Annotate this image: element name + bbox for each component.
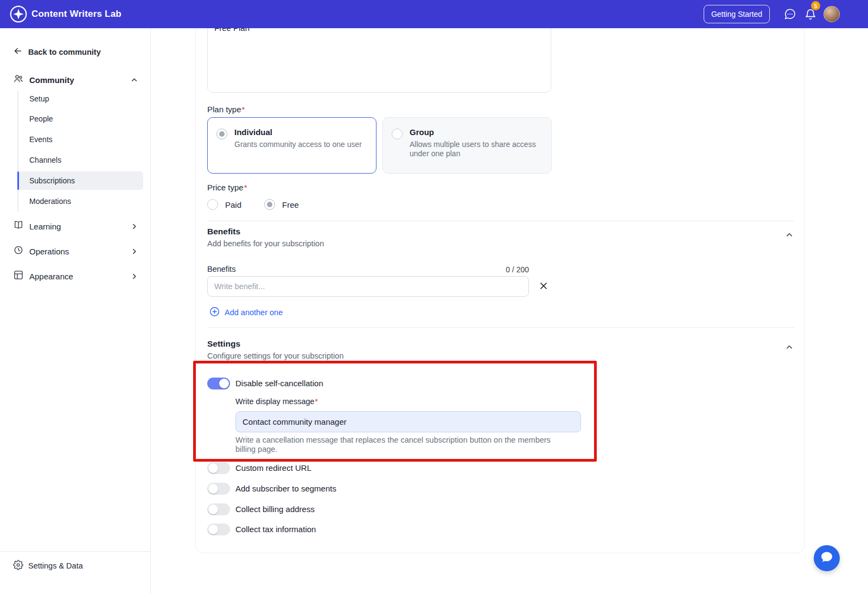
- sidebar-item-label: Channels: [29, 156, 61, 164]
- toggle-knob: [219, 379, 229, 388]
- benefits-char-counter: 0 / 200: [207, 265, 529, 274]
- sidebar-section-label: Appearance: [29, 272, 130, 281]
- chat-launcher-button[interactable]: [814, 545, 840, 571]
- app-window: Content Writers Lab Getting Started 5: [0, 0, 868, 594]
- settings-section-subtitle: Configure settings for your subscription: [207, 352, 343, 360]
- display-message-input[interactable]: [235, 411, 581, 432]
- sidebar-footer-divider: [0, 551, 151, 552]
- chevron-up-icon: [130, 76, 138, 84]
- sidebar-item-people[interactable]: People: [22, 110, 143, 128]
- sidebar-item-events[interactable]: Events: [22, 130, 143, 149]
- collect-billing-address-label: Collect billing address: [235, 504, 315, 514]
- collect-tax-information-label: Collect tax information: [235, 525, 316, 534]
- back-link-label: Back to community: [28, 48, 101, 56]
- toggle-knob: [208, 484, 218, 494]
- benefits-collapse-button[interactable]: [784, 230, 794, 240]
- plan-type-options: Individual Grants community access to on…: [207, 117, 552, 174]
- sidebar-item-label: People: [29, 114, 53, 123]
- free-radio[interactable]: [264, 199, 275, 210]
- group-radio[interactable]: [392, 129, 403, 139]
- settings-and-data-label: Settings & Data: [28, 561, 83, 570]
- group-description: Allows multiple users to share access un…: [410, 140, 540, 158]
- toggle-knob: [208, 504, 218, 514]
- individual-title: Individual: [234, 127, 367, 137]
- required-asterisk: *: [244, 183, 247, 192]
- chevron-right-icon: [130, 247, 138, 255]
- gear-icon: [13, 560, 23, 572]
- sidebar-section-label: Operations: [29, 247, 130, 256]
- chat-bubble-icon: [820, 550, 834, 566]
- disable-self-cancellation-toggle[interactable]: [207, 378, 230, 389]
- feedback-chat-icon[interactable]: [783, 8, 796, 21]
- plan-name-input[interactable]: Free Plan: [207, 28, 551, 93]
- learning-icon: [13, 220, 24, 233]
- add-subscriber-to-segments-label: Add subscriber to segments: [235, 484, 336, 493]
- settings-and-data-link[interactable]: Settings & Data: [13, 559, 83, 573]
- toggle-knob: [208, 525, 218, 534]
- operations-icon: [13, 245, 24, 258]
- sidebar-item-label: Events: [29, 135, 53, 144]
- sidebar-item-label: Moderations: [29, 197, 71, 206]
- app-logo-star-icon: [10, 5, 27, 23]
- user-avatar[interactable]: [824, 6, 840, 22]
- collect-tax-information-toggle[interactable]: [207, 523, 230, 535]
- settings-collapse-button[interactable]: [784, 342, 794, 352]
- remove-benefit-icon[interactable]: [537, 279, 551, 293]
- toggle-knob: [208, 463, 218, 473]
- getting-started-button[interactable]: Getting Started: [704, 5, 770, 23]
- sidebar-item-label: Setup: [29, 94, 49, 103]
- custom-redirect-url-label: Custom redirect URL: [235, 463, 311, 472]
- nav-tree-line: [17, 91, 18, 212]
- chevron-right-icon: [130, 272, 138, 280]
- sidebar-section-label: Community: [29, 75, 130, 85]
- sidebar-item-channels[interactable]: Channels: [22, 151, 143, 169]
- appearance-icon: [13, 270, 24, 283]
- required-asterisk: *: [242, 105, 245, 114]
- benefits-section-title: Benefits: [207, 227, 240, 237]
- benefits-section-subtitle: Add benefits for your subscription: [207, 239, 324, 248]
- display-message-label: Write display message*: [235, 397, 318, 406]
- active-item-indicator: [17, 171, 19, 190]
- sidebar-section-label: Learning: [29, 222, 130, 231]
- price-paid-option[interactable]: Paid: [207, 199, 241, 210]
- sidebar-section-appearance[interactable]: Appearance: [13, 269, 138, 283]
- plan-type-individual-card[interactable]: Individual Grants community access to on…: [207, 117, 376, 174]
- sidebar-section-community[interactable]: Community: [13, 73, 138, 86]
- back-to-community-link[interactable]: Back to community: [13, 46, 101, 58]
- display-message-help-text: Write a cancellation message that replac…: [235, 436, 567, 454]
- add-subscriber-to-segments-toggle[interactable]: [207, 483, 230, 495]
- back-arrow-icon: [13, 46, 23, 58]
- sidebar-section-learning[interactable]: Learning: [13, 219, 138, 233]
- plan-type-group-card[interactable]: Group Allows multiple users to share acc…: [382, 117, 552, 174]
- disable-self-cancellation-label: Disable self-cancellation: [235, 379, 323, 388]
- sidebar-item-setup[interactable]: Setup: [22, 90, 143, 108]
- add-another-benefit-link[interactable]: Add another one: [209, 306, 283, 318]
- settings-section-title: Settings: [207, 339, 240, 349]
- price-type-options: Paid Free: [207, 199, 299, 210]
- sidebar: Back to community Community Setup People…: [0, 28, 151, 594]
- plus-circle-icon: [209, 306, 220, 318]
- custom-redirect-url-toggle[interactable]: [207, 462, 230, 474]
- notifications-bell-icon[interactable]: [805, 9, 816, 21]
- chevron-right-icon: [130, 222, 138, 230]
- group-title: Group: [410, 127, 542, 137]
- add-another-label: Add another one: [225, 308, 283, 317]
- price-free-option[interactable]: Free: [264, 199, 299, 210]
- paid-label: Paid: [225, 200, 241, 209]
- community-icon: [13, 73, 24, 86]
- individual-radio[interactable]: [216, 129, 227, 139]
- plan-name-value: Free Plan: [214, 28, 250, 33]
- sidebar-item-moderations[interactable]: Moderations: [22, 192, 143, 210]
- individual-description: Grants community access to one user: [234, 140, 365, 149]
- required-asterisk: *: [315, 397, 318, 406]
- top-navbar: Content Writers Lab Getting Started 5: [0, 0, 868, 28]
- price-type-label: Price type*: [207, 183, 247, 192]
- sidebar-section-operations[interactable]: Operations: [13, 244, 138, 258]
- benefit-input[interactable]: [207, 276, 529, 297]
- app-title: Content Writers Lab: [31, 9, 122, 20]
- sidebar-item-subscriptions[interactable]: Subscriptions: [17, 171, 143, 190]
- paid-radio[interactable]: [207, 199, 218, 210]
- section-divider: [207, 221, 794, 221]
- sidebar-item-label: Subscriptions: [29, 176, 75, 185]
- collect-billing-address-toggle[interactable]: [207, 503, 230, 515]
